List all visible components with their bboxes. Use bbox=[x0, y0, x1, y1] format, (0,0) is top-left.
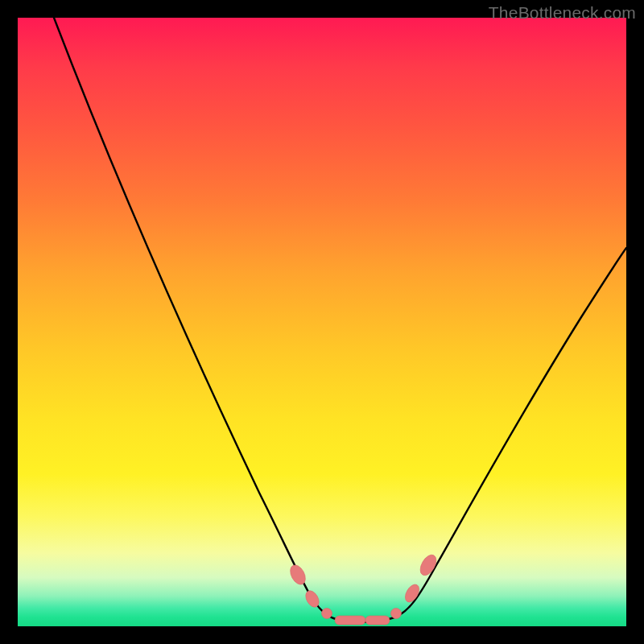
curve-path bbox=[54, 18, 626, 622]
watermark-text: TheBottleneck.com bbox=[489, 3, 636, 23]
marker-pill bbox=[365, 616, 390, 625]
marker-pill bbox=[335, 616, 365, 625]
marker-dot bbox=[391, 609, 402, 619]
marker-dot bbox=[287, 563, 308, 587]
marker-dot bbox=[322, 609, 332, 619]
outer-frame: TheBottleneck.com bbox=[0, 0, 644, 644]
curve-markers bbox=[287, 552, 440, 625]
bottleneck-curve bbox=[18, 18, 626, 626]
plot-area bbox=[18, 18, 626, 626]
